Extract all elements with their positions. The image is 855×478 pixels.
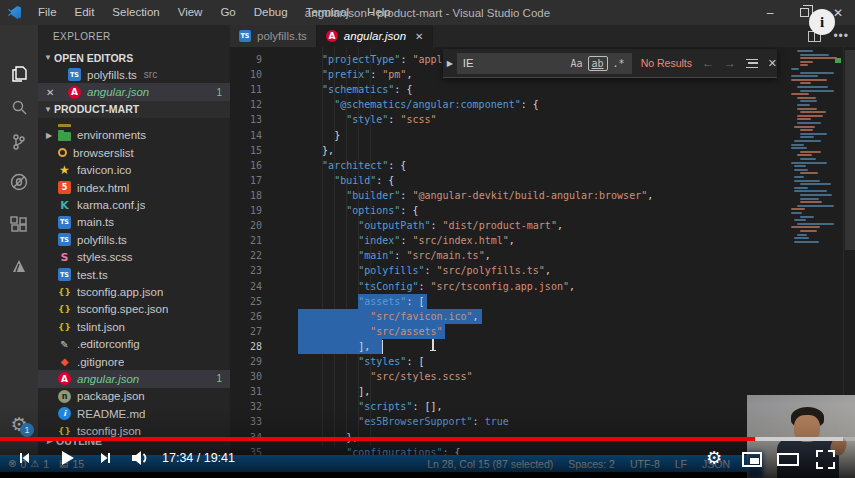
file-row-karma.conf.js[interactable]: Kkarma.conf.js: [38, 196, 230, 213]
extensions-icon[interactable]: [0, 209, 38, 243]
file-label: polyfills.ts: [87, 69, 137, 81]
player-controls: 17:34 / 19:41 ⚙: [0, 444, 855, 478]
scss-file-icon: S: [58, 251, 71, 264]
minimap-line: [800, 158, 816, 160]
find-expand-icon[interactable]: ▶: [443, 59, 457, 68]
menu-terminal[interactable]: Terminal: [297, 0, 358, 25]
npm-file-icon: n: [58, 390, 71, 403]
find-widget: ▶ IE Aa ab .* No Results ← → ✕: [443, 49, 777, 78]
regex-icon[interactable]: .*: [610, 57, 628, 70]
find-input[interactable]: IE Aa ab .*: [457, 53, 632, 74]
menu-view[interactable]: View: [169, 0, 212, 25]
code-line-14: }: [298, 128, 340, 143]
debug-icon[interactable]: [0, 165, 38, 199]
tab-close-icon[interactable]: ✕: [415, 31, 423, 42]
find-previous-icon[interactable]: ←: [702, 56, 714, 70]
line-number: 22: [230, 248, 262, 263]
code-line-10: "prefix": "pm",: [298, 67, 412, 82]
search-icon[interactable]: [0, 91, 38, 125]
find-next-icon[interactable]: →: [724, 56, 736, 70]
line-number: 19: [230, 203, 262, 218]
more-actions-icon[interactable]: •••: [833, 29, 849, 43]
file-row-angular.json[interactable]: Aangular.json1: [38, 370, 230, 387]
file-row-tsconfig.app.json[interactable]: {}tsconfig.app.json: [38, 283, 230, 300]
file-row-.gitignore[interactable]: ◆.gitignore: [38, 353, 230, 370]
previous-icon[interactable]: [16, 450, 32, 466]
file-row-partial[interactable]: [38, 118, 230, 127]
player-settings-icon[interactable]: ⚙: [706, 447, 722, 469]
menu-selection[interactable]: Selection: [103, 0, 168, 25]
menu-file[interactable]: File: [29, 0, 66, 25]
code-editor[interactable]: ▶ IE Aa ab .* No Results ← → ✕ 9 "projec…: [230, 47, 855, 455]
find-query-text[interactable]: IE: [463, 57, 566, 69]
menu-edit[interactable]: Edit: [66, 0, 104, 25]
menu-debug[interactable]: Debug: [245, 0, 297, 25]
match-case-icon[interactable]: Aa: [568, 57, 586, 70]
files-icon[interactable]: [0, 57, 38, 91]
editor-scrollbar[interactable]: [843, 47, 855, 455]
file-row-styles.scss[interactable]: Sstyles.scss: [38, 249, 230, 266]
minimap-line: [800, 90, 834, 92]
progress-bar[interactable]: [0, 437, 855, 441]
file-row-index.html[interactable]: 5index.html: [38, 179, 230, 196]
volume-icon[interactable]: [130, 449, 150, 467]
line-number: 27: [230, 324, 262, 339]
file-row-README.md[interactable]: iREADME.md: [38, 405, 230, 422]
minimap-line: [794, 140, 821, 142]
minimap[interactable]: [791, 50, 843, 250]
vscode-logo-icon: [8, 6, 21, 19]
minimap-line: [800, 61, 813, 63]
video-player[interactable]: FileEditSelectionViewGoDebugTerminalHelp…: [0, 0, 855, 478]
azure-icon[interactable]: [0, 249, 38, 283]
open-editor-polyfills.ts[interactable]: TSpolyfills.tssrc: [38, 66, 230, 83]
line-number: 20: [230, 218, 262, 233]
minimize-icon[interactable]: –: [753, 0, 787, 25]
file-label: polyfills.ts: [77, 234, 127, 246]
braces-file-icon: {}: [58, 285, 71, 298]
minimap-line: [794, 219, 806, 221]
file-row-environments[interactable]: ▶environments: [38, 127, 230, 144]
file-row-package.json[interactable]: npackage.json: [38, 388, 230, 405]
tab-angular.json[interactable]: Aangular.json✕: [317, 25, 434, 47]
code-line-12: "@schematics/angular:component": {: [298, 97, 539, 112]
file-row-tslint.json[interactable]: {}tslint.json: [38, 318, 230, 335]
project-section[interactable]: ▼ PRODUCT-MART: [38, 101, 230, 118]
file-row-.editorconfig[interactable]: ✎.editorconfig: [38, 335, 230, 352]
file-row-browserslist[interactable]: browserslist: [38, 144, 230, 161]
video-info-icon[interactable]: i: [809, 9, 835, 35]
file-row-main.ts[interactable]: TSmain.ts: [38, 214, 230, 231]
find-in-selection-icon[interactable]: [746, 59, 758, 68]
file-row-favicon.ico[interactable]: ★favicon.ico: [38, 162, 230, 179]
miniplayer-icon[interactable]: [742, 452, 762, 467]
line-number: 31: [230, 384, 262, 399]
play-icon[interactable]: [56, 447, 78, 469]
minimap-line: [800, 129, 813, 131]
minimap-line: [800, 172, 818, 174]
next-icon[interactable]: [98, 450, 114, 466]
menu-go[interactable]: Go: [211, 0, 244, 25]
minimap-line: [800, 72, 834, 74]
folder-file-icon: [58, 132, 71, 141]
code-line-31: ],: [298, 384, 370, 399]
menu-help[interactable]: Help: [358, 0, 400, 25]
minimap-line: [794, 180, 820, 182]
window-controls: – ✕: [753, 0, 855, 25]
file-row-test.ts[interactable]: TStest.ts: [38, 266, 230, 283]
fullscreen-icon[interactable]: [816, 450, 835, 469]
tab-polyfills.ts[interactable]: TSpolyfills.ts: [230, 25, 317, 47]
open-editors-section[interactable]: ▼ OPEN EDITORS: [38, 49, 230, 66]
code-line-28: ],: [298, 339, 370, 354]
source-control-icon[interactable]: [0, 125, 38, 159]
find-close-icon[interactable]: ✕: [768, 57, 777, 70]
ts-file-icon: TS: [68, 68, 81, 81]
open-editor-angular.json[interactable]: ✕Aangular.json1: [38, 83, 230, 100]
theater-mode-icon[interactable]: [777, 453, 799, 466]
minimap-line: [800, 151, 821, 153]
tab-label: polyfills.ts: [257, 30, 307, 42]
whole-word-icon[interactable]: ab: [588, 56, 608, 71]
close-icon[interactable]: ✕: [46, 87, 54, 98]
file-row-polyfills.ts[interactable]: TSpolyfills.ts: [38, 231, 230, 248]
code-line-32: "scripts": [],: [298, 399, 443, 414]
minimap-line: [800, 64, 808, 66]
file-row-tsconfig.spec.json[interactable]: {}tsconfig.spec.json: [38, 301, 230, 318]
